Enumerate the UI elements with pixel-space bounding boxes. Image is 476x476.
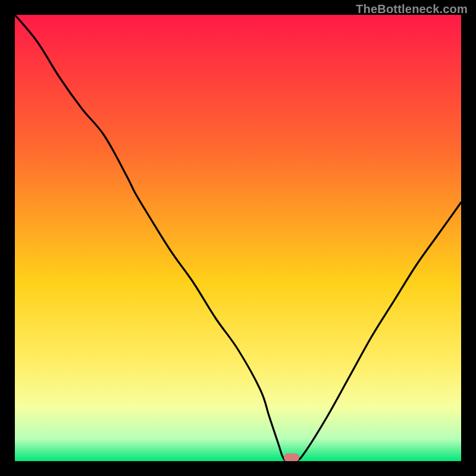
plot-area — [15, 15, 461, 461]
bottleneck-curve — [15, 15, 461, 461]
watermark-text: TheBottleneck.com — [356, 2, 468, 16]
chart-frame: TheBottleneck.com — [0, 0, 476, 476]
sweet-spot-marker — [284, 453, 299, 461]
